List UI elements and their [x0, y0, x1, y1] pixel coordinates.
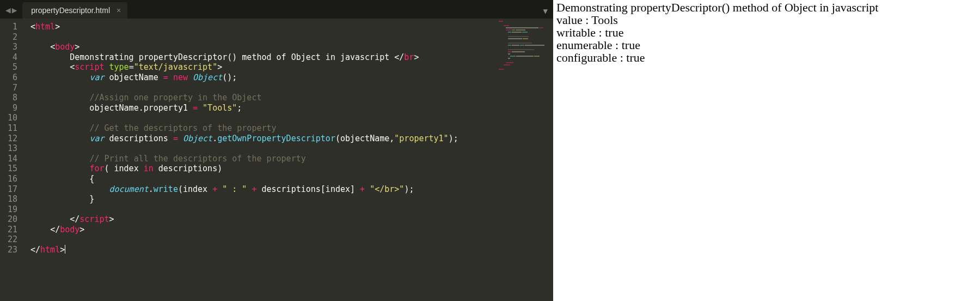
line-number: 21: [0, 225, 17, 235]
code-line: [30, 83, 553, 93]
code-line: </script>: [30, 214, 553, 225]
line-number: 3: [0, 42, 17, 52]
line-number: 6: [0, 73, 17, 83]
code-line: var descriptions = Object.getOwnProperty…: [30, 134, 553, 144]
code-line: </body>: [30, 225, 553, 235]
line-number: 14: [0, 154, 17, 164]
line-number: 7: [0, 83, 17, 93]
line-number: 9: [0, 103, 17, 113]
code-area[interactable]: <html> <body> Demonstrating propertyDesc…: [25, 19, 553, 301]
line-number: 5: [0, 62, 17, 73]
code-line: // Get the descriptors of the property: [30, 123, 553, 134]
code-line: [30, 234, 553, 245]
code-line: <body>: [30, 42, 553, 52]
line-number: 2: [0, 32, 17, 43]
tab-active[interactable]: propertyDescriptor.html ×: [22, 2, 127, 19]
line-number: 19: [0, 204, 17, 215]
line-number-gutter: 1234567891011121314151617181920212223: [0, 19, 25, 301]
code-line: {: [30, 174, 553, 184]
code-line: for( index in descriptions): [30, 164, 553, 174]
output-line: enumerable : true: [556, 39, 977, 51]
close-icon[interactable]: ×: [117, 6, 121, 15]
minimap[interactable]: [499, 21, 551, 64]
line-number: 10: [0, 113, 17, 123]
code-line: var objectName = new Object();: [30, 73, 553, 83]
editor-pane: ◀ ▶ propertyDescriptor.html × ▼ 12345678…: [0, 0, 553, 301]
output-line: Demonstrating propertyDescriptor() metho…: [556, 1, 977, 14]
code-line: <html>: [30, 22, 553, 32]
line-number: 17: [0, 184, 17, 195]
line-number: 12: [0, 134, 17, 144]
output-line: writable : true: [556, 26, 977, 39]
tab-filename: propertyDescriptor.html: [31, 6, 110, 15]
line-number: 4: [0, 52, 17, 63]
line-number: 20: [0, 214, 17, 225]
line-number: 23: [0, 245, 17, 255]
nav-arrows: ◀ ▶: [0, 5, 22, 19]
code-line: [30, 113, 553, 123]
tab-bar: ◀ ▶ propertyDescriptor.html × ▼: [0, 0, 553, 19]
nav-next-icon[interactable]: ▶: [12, 5, 17, 15]
output-line: value : Tools: [556, 14, 977, 26]
line-number: 18: [0, 194, 17, 204]
code-line: //Assign one property in the Object: [30, 93, 553, 103]
line-number: 13: [0, 143, 17, 154]
line-number: 11: [0, 123, 17, 134]
code-line: [30, 32, 553, 43]
line-number: 8: [0, 93, 17, 103]
browser-output-pane: Demonstrating propertyDescriptor() metho…: [553, 0, 980, 301]
nav-prev-icon[interactable]: ◀: [5, 5, 11, 15]
line-number: 15: [0, 164, 17, 174]
tab-dropdown-icon[interactable]: ▼: [543, 7, 548, 15]
code-line: objectName.property1 = "Tools";: [30, 103, 553, 113]
code-line: document.write(index + " : " + descripti…: [30, 184, 553, 195]
text-cursor: [65, 245, 65, 254]
editor-body: 1234567891011121314151617181920212223 <h…: [0, 19, 553, 301]
code-line: [30, 204, 553, 215]
code-line: }: [30, 194, 553, 204]
code-line: // Print all the descriptors of the prop…: [30, 154, 553, 164]
output-line: configurable : true: [556, 51, 977, 64]
code-line: </html>: [30, 245, 553, 255]
line-number: 16: [0, 174, 17, 184]
line-number: 1: [0, 22, 17, 32]
code-line: <script type="text/javascript">: [30, 62, 553, 73]
code-line: Demonstrating propertyDescriptor() metho…: [30, 52, 553, 63]
code-line: [30, 143, 553, 154]
line-number: 22: [0, 234, 17, 245]
